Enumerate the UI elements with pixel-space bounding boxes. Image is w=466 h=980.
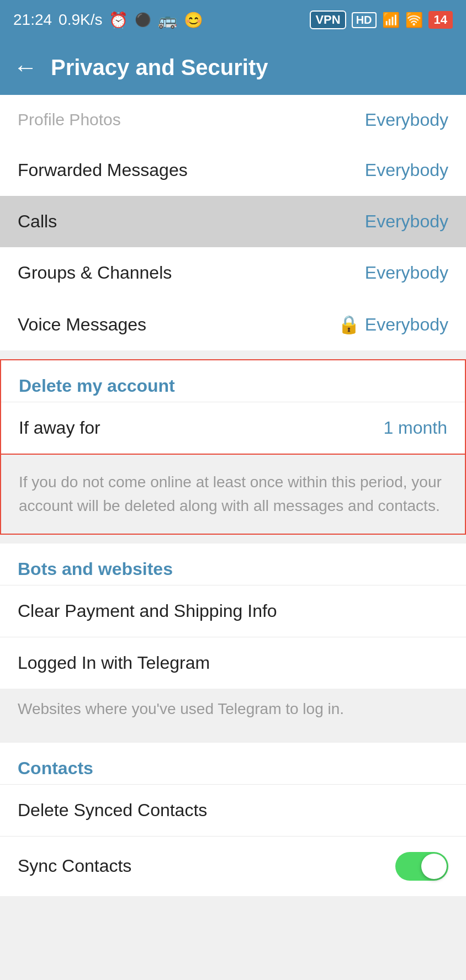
delete-synced-label: Delete Synced Contacts <box>18 800 207 821</box>
voice-messages-value-text: Everybody <box>365 315 448 334</box>
bots-websites-title: Bots and websites <box>18 559 173 579</box>
circle-icon: ⚫ <box>135 12 151 28</box>
sync-contacts-item[interactable]: Sync Contacts <box>0 837 466 896</box>
speed: 0.9K/s <box>59 11 102 29</box>
profile-photos-section: Profile Photos Everybody <box>0 95 466 145</box>
sync-contacts-toggle[interactable] <box>395 852 448 881</box>
lock-icon: 🔒 <box>338 315 360 334</box>
logged-in-telegram-item[interactable]: Logged In with Telegram <box>0 637 466 689</box>
alarm-icon: ⏰ <box>109 11 128 29</box>
time: 21:24 <box>13 11 52 29</box>
delete-account-info-content: If you do not come online at least once … <box>19 473 442 514</box>
status-right: VPN HD 📶 🛜 14 <box>310 10 453 29</box>
calls-value: Everybody <box>365 211 448 232</box>
profile-photos-item[interactable]: Profile Photos Everybody <box>0 95 466 145</box>
groups-channels-label: Groups & Channels <box>18 263 172 283</box>
profile-photos-label: Profile Photos <box>18 110 121 129</box>
status-bar: 21:24 0.9K/s ⏰ ⚫ 🚌 😊 VPN HD 📶 🛜 14 <box>0 0 466 40</box>
if-away-label: If away for <box>19 418 100 438</box>
voice-messages-item[interactable]: Voice Messages 🔒 Everybody <box>0 299 466 350</box>
calls-section: Calls Everybody <box>0 196 466 247</box>
app-bar: ← Privacy and Security <box>0 40 466 95</box>
contacts-header: Contacts <box>0 743 466 784</box>
bots-subtitle-text: Websites where you've used Telegram to l… <box>18 700 344 717</box>
delete-synced-item[interactable]: Delete Synced Contacts <box>0 784 466 837</box>
smiley-icon: 😊 <box>184 11 203 29</box>
status-left: 21:24 0.9K/s ⏰ ⚫ 🚌 😊 <box>13 11 203 29</box>
bus-icon: 🚌 <box>158 11 177 29</box>
voice-messages-value: 🔒 Everybody <box>338 314 448 335</box>
profile-photos-value: Everybody <box>365 110 448 130</box>
bots-websites-header: Bots and websites <box>0 544 466 585</box>
contacts-title: Contacts <box>18 758 93 778</box>
delete-account-info-box: If you do not come online at least once … <box>0 455 466 535</box>
battery-indicator: 14 <box>428 11 453 29</box>
signal-icon: 📶 <box>382 12 400 29</box>
bots-subtitle: Websites where you've used Telegram to l… <box>0 689 466 734</box>
delete-account-section: Delete my account If away for 1 month <box>0 359 466 455</box>
logged-in-telegram-label: Logged In with Telegram <box>18 653 210 673</box>
voice-messages-section: Voice Messages 🔒 Everybody <box>0 299 466 350</box>
calls-item[interactable]: Calls Everybody <box>0 196 466 247</box>
separator-1 <box>0 350 466 359</box>
contacts-section: Contacts Delete Synced Contacts Sync Con… <box>0 743 466 896</box>
separator-2 <box>0 535 466 544</box>
clear-payment-item[interactable]: Clear Payment and Shipping Info <box>0 585 466 637</box>
sync-contacts-label: Sync Contacts <box>18 856 131 876</box>
forwarded-messages-section: Forwarded Messages Everybody <box>0 145 466 196</box>
if-away-value: 1 month <box>383 418 447 438</box>
voice-messages-label: Voice Messages <box>18 315 146 335</box>
if-away-item[interactable]: If away for 1 month <box>1 402 465 454</box>
groups-channels-item[interactable]: Groups & Channels Everybody <box>0 247 466 299</box>
separator-3 <box>0 734 466 743</box>
back-button[interactable]: ← <box>13 54 38 81</box>
sync-contacts-toggle-container <box>395 852 448 881</box>
page-title: Privacy and Security <box>51 55 268 80</box>
hd-badge: HD <box>352 12 377 28</box>
groups-channels-value: Everybody <box>365 263 448 283</box>
forwarded-messages-value: Everybody <box>365 160 448 180</box>
settings-list: Profile Photos Everybody Forwarded Messa… <box>0 95 466 896</box>
vpn-badge: VPN <box>310 10 346 29</box>
delete-account-title: Delete my account <box>19 376 175 396</box>
calls-label: Calls <box>18 211 57 232</box>
clear-payment-label: Clear Payment and Shipping Info <box>18 601 277 621</box>
bots-websites-section: Bots and websites Clear Payment and Ship… <box>0 544 466 689</box>
forwarded-messages-item[interactable]: Forwarded Messages Everybody <box>0 145 466 196</box>
delete-account-header: Delete my account <box>1 360 465 402</box>
wifi-icon: 🛜 <box>405 12 423 29</box>
forwarded-messages-label: Forwarded Messages <box>18 160 188 180</box>
delete-account-info-text: If you do not come online at least once … <box>1 455 465 534</box>
toggle-knob <box>421 854 447 879</box>
groups-channels-section: Groups & Channels Everybody <box>0 247 466 299</box>
